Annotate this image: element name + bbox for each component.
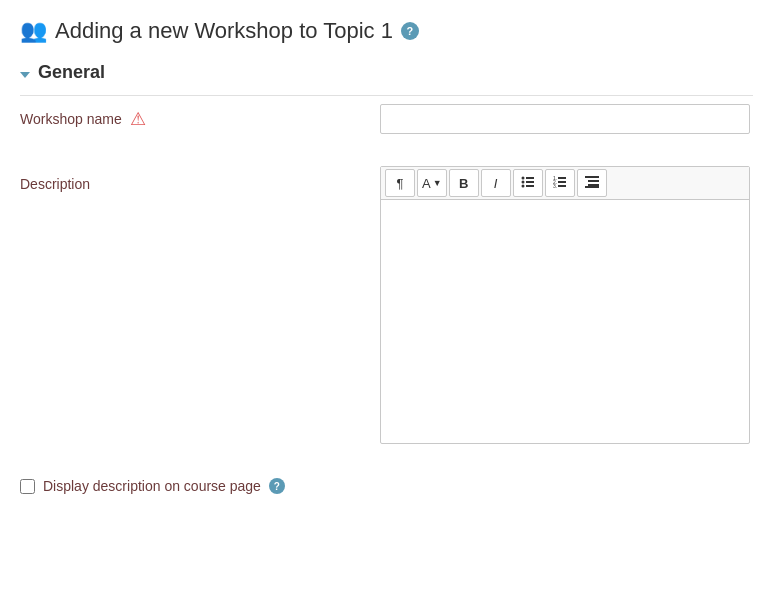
svg-rect-13 [588, 180, 599, 182]
workshop-name-input[interactable] [380, 104, 750, 134]
unordered-list-button[interactable] [513, 169, 543, 197]
bold-icon: B [459, 176, 468, 191]
workshop-icon: 👥 [20, 18, 47, 44]
page-title: Adding a new Workshop to Topic 1 [55, 18, 393, 44]
font-arrow-icon: ▼ [433, 178, 442, 188]
svg-rect-3 [526, 181, 534, 183]
font-label: A [422, 176, 431, 191]
svg-point-2 [521, 180, 524, 183]
required-icon: ⚠ [130, 110, 146, 128]
editor-toolbar: ¶ A ▼ B I [381, 167, 749, 200]
display-description-label: Display description on course page [43, 478, 261, 494]
italic-icon: I [494, 176, 498, 191]
svg-rect-9 [558, 181, 566, 183]
svg-text:3.: 3. [553, 183, 557, 189]
workshop-name-label: Workshop name ⚠ [20, 104, 380, 128]
indent-icon [585, 175, 599, 192]
format-button[interactable]: ¶ [385, 169, 415, 197]
editor-wrapper: ¶ A ▼ B I [380, 166, 750, 444]
svg-point-0 [521, 176, 524, 179]
svg-rect-14 [588, 184, 599, 186]
general-section-header[interactable]: General [0, 54, 773, 95]
form-body: Workshop name ⚠ Description ¶ A [0, 96, 773, 452]
workshop-name-row: Workshop name ⚠ [20, 96, 753, 142]
format-icon: ¶ [397, 176, 404, 191]
display-description-checkbox[interactable] [20, 479, 35, 494]
ordered-list-icon: 1. 2. 3. [553, 175, 567, 192]
svg-point-4 [521, 184, 524, 187]
svg-rect-11 [558, 185, 566, 187]
svg-rect-15 [585, 186, 599, 188]
description-control: ¶ A ▼ B I [380, 166, 753, 444]
svg-rect-7 [558, 177, 566, 179]
display-description-help-icon[interactable]: ? [269, 478, 285, 494]
svg-rect-5 [526, 185, 534, 187]
svg-rect-12 [585, 176, 599, 178]
page-help-icon[interactable]: ? [401, 22, 419, 40]
description-row: Description ¶ A ▼ B [20, 158, 753, 452]
font-button[interactable]: A ▼ [417, 169, 447, 197]
arrow-down-icon [20, 72, 30, 78]
description-label-text: Description [20, 176, 90, 192]
display-description-row: Display description on course page ? [0, 468, 773, 504]
indent-button[interactable] [577, 169, 607, 197]
italic-button[interactable]: I [481, 169, 511, 197]
page-header: 👥 Adding a new Workshop to Topic 1 ? [0, 0, 773, 54]
svg-rect-1 [526, 177, 534, 179]
ordered-list-button[interactable]: 1. 2. 3. [545, 169, 575, 197]
bold-button[interactable]: B [449, 169, 479, 197]
section-title: General [38, 62, 105, 83]
description-label: Description [20, 166, 380, 192]
workshop-name-control [380, 104, 753, 134]
description-editor[interactable] [381, 200, 749, 440]
unordered-list-icon [521, 175, 535, 192]
collapse-icon [20, 65, 30, 81]
workshop-name-label-text: Workshop name [20, 111, 122, 127]
